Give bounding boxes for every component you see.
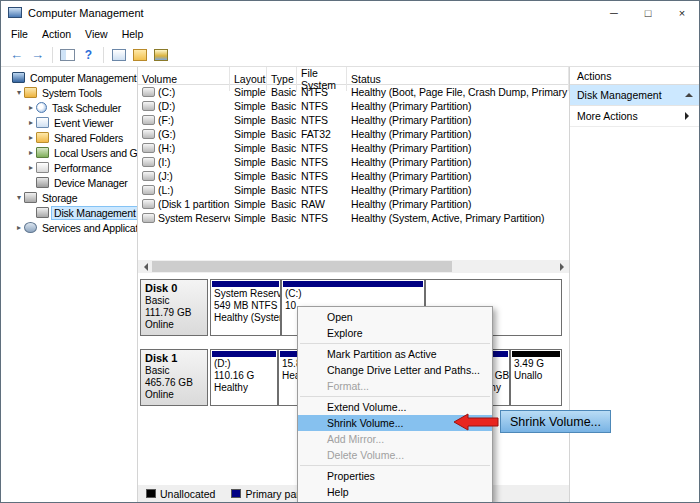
close-button[interactable]: × bbox=[665, 1, 699, 24]
volume-row-disk1-partition2[interactable]: (Disk 1 partition 2) Simple Basic RAW He… bbox=[138, 197, 569, 211]
tree-item-task-scheduler[interactable]: ▸ Task Scheduler bbox=[1, 100, 137, 115]
shared-folders-icon bbox=[36, 132, 49, 143]
partition-label: (D:) bbox=[211, 358, 277, 370]
tree-item-shared-folders[interactable]: ▸ Shared Folders bbox=[1, 130, 137, 145]
volume-row-h[interactable]: (H:) Simple Basic NTFS Healthy (Primary … bbox=[138, 141, 569, 155]
tree-item-system-tools[interactable]: ▾ System Tools bbox=[1, 85, 137, 100]
expand-icon[interactable]: ▸ bbox=[26, 163, 36, 172]
tree-item-label: Shared Folders bbox=[52, 132, 125, 144]
tree-item-label: Event Viewer bbox=[52, 117, 115, 129]
tree-item-label: Task Scheduler bbox=[50, 102, 123, 114]
scroll-left-button[interactable] bbox=[138, 260, 152, 273]
refresh-icon bbox=[133, 49, 147, 61]
legend-label: Unallocated bbox=[160, 488, 215, 500]
tree-item-device-manager[interactable]: Device Manager bbox=[1, 175, 137, 190]
partition-stripe bbox=[427, 281, 560, 287]
volume-layout: Simple bbox=[230, 114, 267, 126]
tree-item-storage[interactable]: ▾ Storage bbox=[1, 190, 137, 205]
tree-item-computer-management[interactable]: Computer Management (Local bbox=[1, 70, 137, 85]
task-scheduler-icon bbox=[36, 102, 47, 113]
expand-icon[interactable]: ▸ bbox=[14, 223, 24, 232]
volume-fs: NTFS bbox=[297, 170, 347, 182]
volume-row-d[interactable]: (D:) Simple Basic NTFS Healthy (Primary … bbox=[138, 99, 569, 113]
volume-name: (I:) bbox=[158, 156, 170, 168]
menu-separator bbox=[300, 396, 490, 397]
menu-item-explore[interactable]: Explore bbox=[298, 325, 492, 341]
disk-state: Online bbox=[145, 319, 203, 331]
scrollbar-thumb[interactable] bbox=[152, 261, 452, 272]
tree-item-local-users-groups[interactable]: ▸ Local Users and Groups bbox=[1, 145, 137, 160]
actions-panel: Actions Disk Management More Actions bbox=[569, 67, 700, 502]
forward-icon: → bbox=[31, 47, 44, 62]
volume-status: Healthy (Boot, Page File, Crash Dump, Pr… bbox=[347, 86, 569, 98]
volume-row-g[interactable]: (G:) Simple Basic FAT32 Healthy (Primary… bbox=[138, 127, 569, 141]
tree-item-disk-management[interactable]: Disk Management bbox=[1, 205, 137, 220]
tree-item-performance[interactable]: ▸ Performance bbox=[1, 160, 137, 175]
volume-status: Healthy (Primary Partition) bbox=[347, 114, 569, 126]
volume-row-system-reserved[interactable]: System Reserved (K:) Simple Basic NTFS H… bbox=[138, 211, 569, 225]
volume-row-l[interactable]: (L:) Simple Basic NTFS Healthy (Primary … bbox=[138, 183, 569, 197]
volume-icon bbox=[142, 185, 155, 195]
legend-unallocated: Unallocated bbox=[146, 488, 215, 500]
volume-type: Basic bbox=[267, 86, 297, 98]
volume-row-i[interactable]: (I:) Simple Basic NTFS Healthy (Primary … bbox=[138, 155, 569, 169]
volume-fs: FAT32 bbox=[297, 128, 347, 140]
expand-icon[interactable]: ▸ bbox=[26, 148, 36, 157]
more-actions-item[interactable]: More Actions bbox=[570, 106, 700, 127]
disk-0-info-box[interactable]: Disk 0 Basic 111.79 GB Online bbox=[140, 279, 208, 336]
volume-row-c[interactable]: (C:) Simple Basic NTFS Healthy (Boot, Pa… bbox=[138, 85, 569, 99]
scroll-right-button[interactable] bbox=[555, 260, 569, 273]
properties-button[interactable] bbox=[150, 45, 171, 65]
local-users-groups-icon bbox=[36, 147, 49, 158]
menu-item-mark-partition-active[interactable]: Mark Partition as Active bbox=[298, 346, 492, 362]
menu-file[interactable]: File bbox=[4, 26, 35, 42]
menu-item-change-drive-letter[interactable]: Change Drive Letter and Paths... bbox=[298, 362, 492, 378]
help-button[interactable]: ? bbox=[78, 45, 99, 65]
volume-layout: Simple bbox=[230, 212, 267, 224]
volume-row-f[interactable]: (F:) Simple Basic NTFS Healthy (Primary … bbox=[138, 113, 569, 127]
tree-item-event-viewer[interactable]: ▸ Event Viewer bbox=[1, 115, 137, 130]
expand-icon[interactable]: ▸ bbox=[26, 103, 36, 112]
volume-layout: Simple bbox=[230, 198, 267, 210]
context-menu: Open Explore Mark Partition as Active Ch… bbox=[297, 306, 493, 503]
collapse-icon[interactable]: ▾ bbox=[14, 193, 24, 202]
system-tools-icon bbox=[24, 87, 37, 98]
menu-help[interactable]: Help bbox=[115, 26, 151, 42]
expand-icon[interactable]: ▸ bbox=[26, 133, 36, 142]
partition-d-drive[interactable]: (D:) 110.16 G Healthy bbox=[210, 349, 278, 406]
chevron-right-icon bbox=[685, 112, 693, 120]
menu-view[interactable]: View bbox=[78, 26, 115, 42]
collapse-icon[interactable]: ▾ bbox=[14, 88, 24, 97]
menu-item-properties[interactable]: Properties bbox=[298, 468, 492, 484]
disk-1-info-box[interactable]: Disk 1 Basic 465.76 GB Online bbox=[140, 349, 208, 406]
menu-item-help[interactable]: Help bbox=[298, 484, 492, 500]
tree-item-services-applications[interactable]: ▸ Services and Applications bbox=[1, 220, 137, 235]
volume-layout: Simple bbox=[230, 170, 267, 182]
volume-icon bbox=[142, 101, 155, 111]
volume-type: Basic bbox=[267, 142, 297, 154]
back-icon: ← bbox=[10, 47, 23, 62]
partition-system-reserved[interactable]: System Reserve 549 MB NTFS Healthy (Syst… bbox=[210, 279, 281, 336]
partition-unallocated[interactable]: 3.49 G Unallo bbox=[510, 349, 562, 406]
storage-icon bbox=[24, 192, 37, 203]
console-tree-button[interactable] bbox=[57, 45, 78, 65]
export-list-button[interactable] bbox=[108, 45, 129, 65]
expand-icon[interactable]: ▸ bbox=[26, 118, 36, 127]
volume-layout: Simple bbox=[230, 128, 267, 140]
volume-row-j[interactable]: (J:) Simple Basic NTFS Healthy (Primary … bbox=[138, 169, 569, 183]
actions-section-disk-management[interactable]: Disk Management bbox=[570, 85, 700, 106]
horizontal-scrollbar[interactable] bbox=[138, 260, 569, 273]
tree-item-label: Local Users and Groups bbox=[52, 147, 138, 159]
minimize-button[interactable]: ─ bbox=[597, 1, 631, 24]
menu-action[interactable]: Action bbox=[35, 26, 78, 42]
volume-name: (F:) bbox=[158, 114, 174, 126]
forward-button[interactable]: → bbox=[27, 45, 48, 65]
partition-label: (C:) bbox=[282, 288, 424, 300]
menu-item-open[interactable]: Open bbox=[298, 309, 492, 325]
window-title: Computer Management bbox=[28, 7, 144, 19]
primary-partition-stripe bbox=[212, 281, 279, 287]
back-button[interactable]: ← bbox=[6, 45, 27, 65]
refresh-button[interactable] bbox=[129, 45, 150, 65]
maximize-button[interactable]: □ bbox=[631, 1, 665, 24]
menu-item-add-mirror: Add Mirror... bbox=[298, 431, 492, 447]
